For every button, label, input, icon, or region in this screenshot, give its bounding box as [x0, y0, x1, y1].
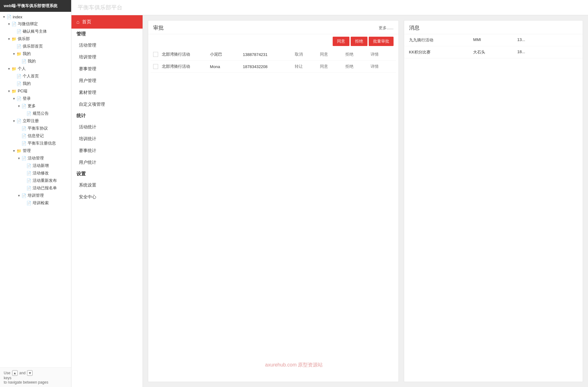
hint-keys-text: keys: [4, 376, 11, 380]
sidebar-tree-item[interactable]: ▼📄确认账号主体: [0, 28, 71, 35]
sidebar-tree-item[interactable]: ▼📁俱乐部: [0, 35, 71, 43]
row-activity: 北部湾骑行活动: [162, 52, 207, 57]
row-checkbox[interactable]: [153, 52, 158, 57]
nav-menu: ⌂ 首页 管理活动管理培训管理赛事管理用户管理素材管理自定义项管理统计活动统计培…: [71, 15, 143, 387]
sidebar-tree-item[interactable]: ▼📄活动已报名单: [0, 184, 71, 192]
sidebar-tree-item[interactable]: ▼📄平衡车协议: [0, 125, 71, 132]
approval-more-link[interactable]: 更多......: [379, 25, 394, 31]
sidebar-tree-item[interactable]: ▼📄登录: [0, 95, 71, 102]
nav-menu-item[interactable]: 培训管理: [71, 51, 143, 63]
sidebar-tree-item[interactable]: ▼📄index: [0, 14, 71, 20]
btn-batch-approve[interactable]: 批量审批: [369, 37, 394, 46]
message-rows: 九九骑行活动 MMI 13... KK积分比赛 大石头 18...: [404, 34, 583, 58]
msg-name: 大石头: [473, 49, 513, 55]
header-title: 平衡车俱乐部平台: [78, 4, 122, 11]
sidebar-tree-item[interactable]: ▼📄活动管理: [0, 154, 71, 162]
nav-home-button[interactable]: ⌂ 首页: [71, 15, 143, 29]
btn-reject[interactable]: 拒绝: [351, 37, 367, 46]
action-reject[interactable]: 拒绝: [345, 64, 368, 69]
row-phone: 13887874231: [243, 52, 292, 57]
hint-navigate-text: to navigate between pages: [4, 380, 48, 385]
nav-menu-item[interactable]: 用户管理: [71, 75, 143, 87]
nav-menu-item[interactable]: 安全中心: [71, 191, 143, 203]
key-up-icon[interactable]: ▲: [12, 370, 18, 376]
home-icon: ⌂: [76, 19, 80, 25]
row-name: Mona: [210, 64, 240, 69]
sidebar-tree-item[interactable]: ▼📄我的: [0, 58, 71, 65]
sidebar-tree-item[interactable]: ▼📄规范公告: [0, 110, 71, 117]
msg-activity: 九九骑行活动: [409, 37, 470, 43]
row-name: 小泥巴: [210, 52, 240, 57]
action-agree[interactable]: 同意: [320, 64, 343, 69]
sidebar-tree-item[interactable]: ▼📄活动新增: [0, 162, 71, 169]
approval-header: 审批 更多......: [148, 21, 399, 34]
sidebar-tree-item[interactable]: ▼📁个人: [0, 65, 71, 72]
btn-agree[interactable]: 同意: [333, 37, 349, 46]
nav-menu-item[interactable]: 系统设置: [71, 179, 143, 191]
sidebar-tree-item[interactable]: ▼📁我的: [0, 50, 71, 58]
nav-menu-item[interactable]: 用户统计: [71, 157, 143, 168]
nav-menu-item[interactable]: 活动统计: [71, 121, 143, 133]
msg-name: MMI: [473, 37, 513, 43]
sidebar-tree-item[interactable]: ▼📁PC端: [0, 87, 71, 95]
msg-phone: 18...: [517, 49, 578, 55]
sidebar-tree-item[interactable]: ▼📄更多: [0, 102, 71, 110]
row-activity: 北部湾骑行活动: [162, 64, 207, 69]
sidebar-hint: Use ▲ and ▼ keys to navigate between pag…: [0, 367, 71, 387]
nav-section-title: 设置: [71, 168, 143, 179]
sidebar: web端-平衡车俱乐部管理系统 ▼📄index▼📄与微信绑定▼📄确认账号主体▼📁…: [0, 0, 71, 387]
sidebar-tree-item[interactable]: ▼📄个人首页: [0, 72, 71, 80]
nav-menu-item[interactable]: 素材管理: [71, 87, 143, 99]
content: ⌂ 首页 管理活动管理培训管理赛事管理用户管理素材管理自定义项管理统计活动统计培…: [71, 15, 588, 387]
nav-home-label: 首页: [82, 19, 91, 25]
nav-section-title: 统计: [71, 110, 143, 121]
sidebar-tree-item[interactable]: ▼📄与微信绑定: [0, 20, 71, 28]
action-detail[interactable]: 详情: [371, 64, 393, 69]
action-detail[interactable]: 详情: [371, 52, 393, 57]
nav-menu-item[interactable]: 培训统计: [71, 133, 143, 145]
approval-title: 审批: [153, 24, 164, 31]
main-area: 平衡车俱乐部平台 ⌂ 首页 管理活动管理培训管理赛事管理用户管理素材管理自定义项…: [71, 0, 588, 387]
sidebar-tree-item[interactable]: ▼📄培训检索: [0, 199, 71, 207]
sidebar-tree-item[interactable]: ▼📄培训管理: [0, 192, 71, 199]
approval-table: 北部湾骑行活动 小泥巴 13887874231 取消 同意 拒绝 详情 北部湾骑…: [148, 48, 399, 73]
sidebar-tree-item[interactable]: ▼📄平衡车注册信息: [0, 140, 71, 147]
row-checkbox[interactable]: [153, 64, 158, 69]
action-first[interactable]: 转让: [295, 64, 317, 69]
msg-activity: KK积分比赛: [409, 49, 470, 55]
key-down-icon[interactable]: ▼: [27, 370, 33, 376]
sidebar-tree-item[interactable]: ▼📄活动重新发布: [0, 177, 71, 184]
sidebar-tree-item[interactable]: ▼📄立即注册: [0, 117, 71, 125]
approval-action-bar: 同意 拒绝 批量审批: [148, 34, 399, 48]
message-header: 消息: [404, 21, 583, 34]
nav-menu-item[interactable]: 赛事管理: [71, 63, 143, 75]
list-item: 九九骑行活动 MMI 13...: [404, 34, 583, 46]
sidebar-title: web端-平衡车俱乐部管理系统: [0, 0, 71, 12]
sidebar-tree-item[interactable]: ▼📁管理: [0, 147, 71, 154]
message-section: 消息 九九骑行活动 MMI 13... KK积分比赛 大石头 18...: [404, 20, 583, 382]
row-phone: 18783432208: [243, 64, 292, 69]
table-row: 北部湾骑行活动 Mona 18783432208 转让 同意 拒绝 详情: [151, 61, 396, 73]
action-first[interactable]: 取消: [295, 52, 317, 57]
nav-menu-item[interactable]: 赛事统计: [71, 145, 143, 157]
message-title: 消息: [409, 25, 420, 31]
hint-and-text: and: [19, 371, 25, 375]
sidebar-tree-item[interactable]: ▼📄俱乐部首页: [0, 43, 71, 50]
action-agree[interactable]: 同意: [320, 52, 343, 57]
nav-menu-item[interactable]: 自定义项管理: [71, 99, 143, 110]
nav-sections: 管理活动管理培训管理赛事管理用户管理素材管理自定义项管理统计活动统计培训统计赛事…: [71, 29, 143, 203]
hint-use-text: Use: [4, 371, 10, 375]
sidebar-tree-item[interactable]: ▼📄我的: [0, 80, 71, 87]
sidebar-tree-item[interactable]: ▼📄信息登记: [0, 132, 71, 140]
msg-phone: 13...: [517, 37, 578, 43]
nav-section-title: 管理: [71, 29, 143, 39]
list-item: KK积分比赛 大石头 18...: [404, 46, 583, 58]
approval-section: 审批 更多...... 同意 拒绝 批量审批 北部湾骑行活动 小泥巴 13887…: [148, 20, 399, 382]
sidebar-tree: ▼📄index▼📄与微信绑定▼📄确认账号主体▼📁俱乐部▼📄俱乐部首页▼📁我的▼📄…: [0, 12, 71, 367]
action-reject[interactable]: 拒绝: [345, 52, 368, 57]
table-row: 北部湾骑行活动 小泥巴 13887874231 取消 同意 拒绝 详情: [151, 48, 396, 61]
nav-menu-item[interactable]: 活动管理: [71, 39, 143, 51]
sidebar-tree-item[interactable]: ▼📄活动修改: [0, 169, 71, 177]
top-header: 平衡车俱乐部平台: [71, 0, 588, 15]
right-panel: 审批 更多...... 同意 拒绝 批量审批 北部湾骑行活动 小泥巴 13887…: [143, 15, 588, 387]
